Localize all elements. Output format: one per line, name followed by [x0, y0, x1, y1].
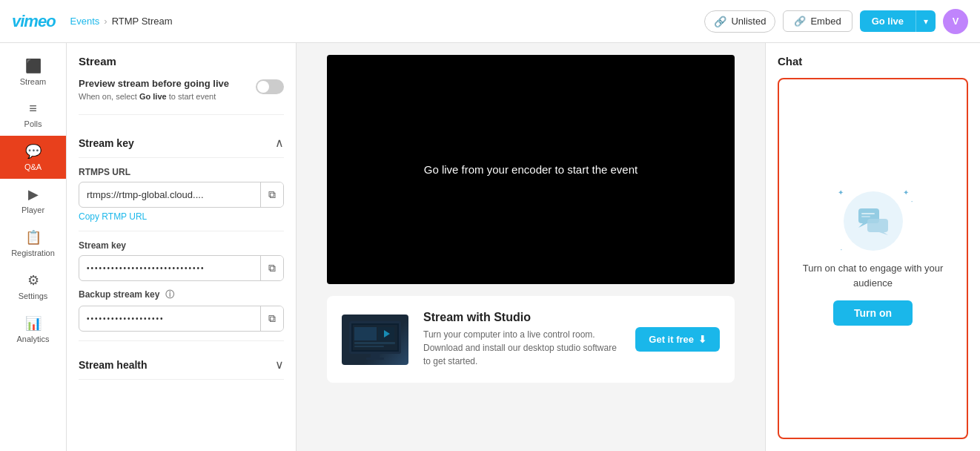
sidebar-qa-label: Q&A: [24, 162, 42, 171]
stream-key-label: Stream key: [79, 240, 284, 251]
turn-on-button[interactable]: Turn on: [833, 300, 913, 326]
divider-2: [79, 340, 284, 341]
download-icon: ⬇: [698, 334, 706, 345]
sidebar-stream-label: Stream: [20, 77, 46, 86]
sidebar-item-player[interactable]: ▶ Player: [0, 179, 66, 222]
sidebar-settings-label: Settings: [19, 292, 48, 300]
chat-bubble-circle: ✦ ✦ · ·: [844, 191, 903, 251]
icon-sidebar: ⬛ Stream ≡ Polls 💬 Q&A ▶ Player 📋 Regist…: [0, 43, 67, 451]
svg-rect-3: [354, 327, 377, 340]
backup-key-field: Backup stream key ⓘ ⧉: [79, 289, 284, 332]
svg-rect-14: [861, 213, 875, 214]
rtmps-url-field: RTMPS URL ⧉ Copy RTMP URL: [79, 167, 284, 222]
backup-key-input-row: ⧉: [79, 306, 284, 332]
chat-cta-text: Turn on chat to engage with your audienc…: [794, 261, 952, 290]
app-container: vimeo Events › RTMP Stream 🔗 Unlisted 🔗 …: [0, 0, 980, 451]
go-live-button[interactable]: Go live: [860, 10, 916, 32]
backup-key-label-text: Backup stream key: [79, 289, 159, 300]
sidebar-player-label: Player: [21, 205, 44, 214]
stream-key-chevron: ∧: [275, 136, 284, 150]
stream-health-chevron: ∨: [275, 358, 284, 372]
toggle-knob: [257, 81, 269, 93]
svg-marker-11: [858, 223, 867, 228]
logo: vimeo: [12, 12, 56, 31]
svg-rect-5: [354, 346, 384, 347]
backup-key-copy-button[interactable]: ⧉: [260, 306, 283, 331]
settings-icon: ⚙: [27, 272, 39, 289]
svg-rect-9: [366, 358, 384, 360]
backup-key-input[interactable]: [79, 309, 260, 329]
sidebar-item-settings[interactable]: ⚙ Settings: [0, 265, 66, 308]
main-layout: ⬛ Stream ≡ Polls 💬 Q&A ▶ Player 📋 Regist…: [0, 43, 980, 451]
preview-desc-prefix: When on, select: [79, 92, 139, 101]
backup-key-label: Backup stream key ⓘ: [79, 289, 284, 301]
studio-title: Stream with Studio: [423, 311, 620, 324]
preview-desc: When on, select Go live to start event: [79, 92, 248, 101]
breadcrumb-events-link[interactable]: Events: [70, 16, 100, 27]
content-area: Go live from your encoder to start the e…: [297, 43, 765, 451]
chat-icon-area: ✦ ✦ · ·: [844, 191, 903, 251]
logo-text: vimeo: [12, 12, 56, 31]
go-live-group: Go live ▾: [860, 10, 936, 32]
registration-icon: 📋: [25, 229, 42, 246]
sidebar-item-stream[interactable]: ⬛ Stream: [0, 50, 66, 93]
sidebar-analytics-label: Analytics: [16, 335, 49, 343]
sidebar-item-qa[interactable]: 💬 Q&A: [0, 136, 66, 179]
sidebar-registration-label: Registration: [11, 248, 55, 257]
preview-text: Preview stream before going live When on…: [79, 78, 248, 101]
unlisted-button[interactable]: 🔗 Unlisted: [704, 10, 775, 33]
sidebar-item-registration[interactable]: 📋 Registration: [0, 222, 66, 265]
stream-icon: ⬛: [25, 58, 42, 74]
breadcrumb-current: RTMP Stream: [112, 16, 173, 27]
rtmps-url-input-row: ⧉: [79, 182, 284, 208]
studio-monitor-svg: [345, 318, 405, 361]
svg-rect-8: [371, 354, 380, 358]
preview-desc-suffix: to start event: [167, 92, 216, 101]
copy-rtmp-url-link[interactable]: Copy RTMP URL: [79, 211, 147, 222]
qa-icon: 💬: [25, 143, 42, 159]
chat-cta-box: ✦ ✦ · · Turn on chat: [778, 78, 968, 439]
preview-toggle[interactable]: [256, 79, 284, 94]
embed-label: Embed: [810, 16, 841, 27]
studio-image: [342, 315, 408, 365]
rtmps-url-input[interactable]: [79, 183, 260, 206]
stream-panel: Stream Preview stream before going live …: [67, 43, 297, 451]
avatar[interactable]: V: [943, 9, 968, 34]
embed-button[interactable]: 🔗 Embed: [783, 10, 852, 32]
stream-key-copy-button[interactable]: ⧉: [260, 256, 283, 280]
svg-rect-15: [861, 216, 870, 217]
breadcrumb-separator: ›: [104, 16, 107, 27]
get-it-free-button[interactable]: Get it free ⬇: [635, 327, 720, 352]
stream-key-field: Stream key ⧉: [79, 240, 284, 281]
stream-health-title: Stream health: [79, 359, 148, 371]
stream-key-title: Stream key: [79, 137, 134, 149]
nav-actions: 🔗 Unlisted 🔗 Embed Go live ▾ V: [704, 9, 968, 34]
studio-info: Stream with Studio Turn your computer in…: [423, 311, 620, 368]
panel-title: Stream: [79, 55, 284, 68]
backup-key-info-icon: ⓘ: [165, 289, 174, 300]
sidebar-item-polls[interactable]: ≡ Polls: [0, 93, 66, 136]
breadcrumb: Events › RTMP Stream: [70, 16, 173, 27]
preview-label: Preview stream before going live: [79, 78, 248, 89]
svg-rect-12: [867, 219, 888, 232]
get-free-label: Get it free: [649, 334, 694, 345]
chat-bubbles-icon: [857, 207, 890, 235]
stream-key-section: Stream key ∧ RTMPS URL ⧉ Copy RTMP URL S…: [79, 128, 284, 332]
chat-title: Chat: [778, 55, 968, 68]
rtmps-url-label: RTMPS URL: [79, 167, 284, 177]
stream-health-header[interactable]: Stream health ∨: [79, 350, 284, 380]
rtmps-url-copy-button[interactable]: ⧉: [260, 182, 283, 207]
polls-icon: ≡: [29, 101, 37, 116]
sidebar-polls-label: Polls: [24, 119, 42, 128]
stream-key-input[interactable]: [79, 258, 260, 278]
go-live-dropdown-button[interactable]: ▾: [916, 10, 936, 32]
studio-card: Stream with Studio Turn your computer in…: [327, 296, 735, 383]
sparkle-4: ·: [911, 197, 913, 205]
preview-section: Preview stream before going live When on…: [79, 78, 284, 115]
svg-marker-13: [879, 232, 888, 235]
chat-panel: Chat ✦ ✦ · ·: [765, 43, 980, 451]
link-icon: 🔗: [794, 16, 806, 27]
sidebar-item-analytics[interactable]: 📊 Analytics: [0, 308, 66, 351]
stream-key-header[interactable]: Stream key ∧: [79, 128, 284, 158]
sparkle-1: ✦: [838, 188, 844, 197]
